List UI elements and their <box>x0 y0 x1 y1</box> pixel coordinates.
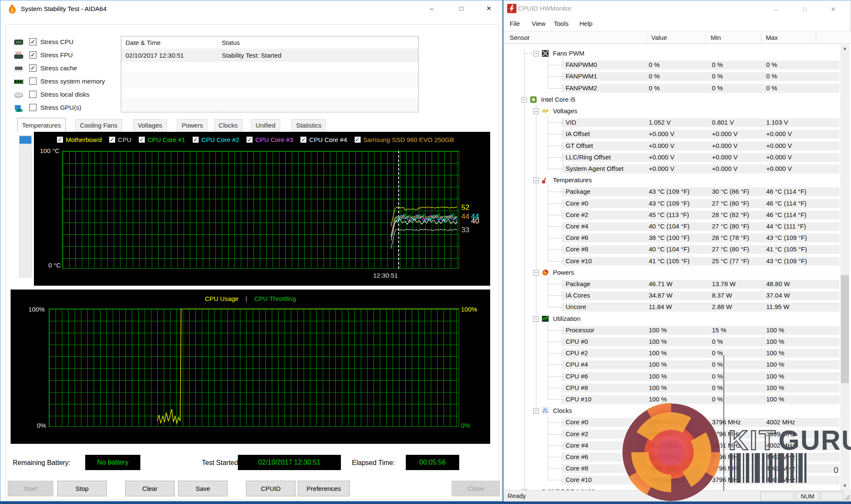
col-sensor[interactable]: Sensor <box>510 34 530 41</box>
log-row[interactable] <box>121 99 418 111</box>
sensor-max: 46 °C (114 °F) <box>766 211 806 218</box>
barcode-bar <box>743 453 744 483</box>
info-value: No battery <box>97 455 128 466</box>
expander-icon[interactable]: − <box>533 178 539 183</box>
sensor-row-fans-pwm[interactable]: −Fans PWM <box>504 48 843 59</box>
menu-view[interactable]: View <box>532 20 545 27</box>
stress-option-label: Stress system memory <box>40 78 105 85</box>
stop-button[interactable]: Stop <box>57 481 107 496</box>
legend-item[interactable]: ✓Motherboard <box>57 136 102 143</box>
event-log-table[interactable]: Date & Time Status 02/10/2017 12:30:51St… <box>121 36 419 112</box>
expander-icon[interactable]: − <box>533 316 539 322</box>
hwm-close-button[interactable]: ✕ <box>820 1 847 17</box>
log-row[interactable]: 02/10/2017 12:30:51Stability Test: Start… <box>121 50 418 62</box>
legend-item[interactable]: ✓Samsung SSD 960 EVO 250GB <box>354 136 454 143</box>
sensor-max: 0 % <box>766 84 777 92</box>
chart-scrollbar-thumb[interactable] <box>20 136 31 144</box>
hwm-scrollbar[interactable]: ▲ ▼ <box>840 44 849 490</box>
tab-temperatures[interactable]: Temperatures <box>17 118 66 132</box>
sensor-table-header[interactable]: Sensor Value Min Max <box>504 31 851 44</box>
checkbox[interactable]: ✓ <box>139 136 145 143</box>
start-button[interactable]: Start <box>8 481 53 496</box>
sensor-row-utilization[interactable]: −Utilization <box>504 313 843 325</box>
checkbox[interactable]: ✓ <box>29 51 36 58</box>
checkbox[interactable]: ✓ <box>246 136 253 143</box>
checkbox[interactable]: ✓ <box>109 136 115 143</box>
checkbox[interactable]: ✓ <box>193 136 199 143</box>
close-button[interactable]: Close <box>452 481 500 496</box>
log-row[interactable] <box>121 86 418 99</box>
info-label: Elapsed Time: <box>352 459 395 467</box>
sensor-row-powers[interactable]: −Powers <box>504 267 843 278</box>
tab-powers[interactable]: Powers <box>177 119 207 131</box>
thermometer-icon <box>542 177 549 184</box>
legend-item[interactable]: ✓CPU Core #3 <box>246 136 293 143</box>
checkbox[interactable] <box>29 91 36 98</box>
tree-line <box>548 88 563 89</box>
cpuid-button[interactable]: CPUID <box>246 481 296 496</box>
svg-text:123: 123 <box>15 51 21 55</box>
tab-cooling-fans[interactable]: Cooling Fans <box>75 119 122 131</box>
expander-icon[interactable]: − <box>533 408 539 414</box>
col-min[interactable]: Min <box>711 34 721 41</box>
tab-voltages[interactable]: Voltages <box>133 119 167 131</box>
status-cell <box>760 492 794 501</box>
menu-help[interactable]: Help <box>580 20 593 27</box>
tree-line <box>548 376 563 377</box>
header-separator[interactable] <box>761 33 761 42</box>
sensor-group-label: Utilization <box>553 315 580 322</box>
header-separator[interactable] <box>646 33 647 42</box>
checkbox[interactable]: ✓ <box>354 136 361 143</box>
close-button[interactable]: ✕ <box>475 0 502 17</box>
legend-item[interactable]: ✓CPU <box>109 136 131 143</box>
checkbox[interactable]: ✓ <box>29 64 36 72</box>
checkbox[interactable]: ✓ <box>300 136 307 143</box>
legend-item[interactable]: ✓CPU Core #2 <box>193 136 239 143</box>
info-value: 02/10/2017 12:30:51 <box>258 455 321 466</box>
tree-line <box>548 307 563 307</box>
sensor-max: 100 % <box>766 361 784 368</box>
sensor-row-voltages[interactable]: −Voltages <box>504 106 843 117</box>
checkbox[interactable]: ✓ <box>57 136 63 143</box>
checkbox[interactable] <box>29 104 36 111</box>
tab-unified[interactable]: Unified <box>251 119 280 131</box>
menu-file[interactable]: File <box>510 20 520 27</box>
sensor-label: VID <box>566 119 576 126</box>
sensor-row-temperatures[interactable]: −Temperatures <box>504 175 843 186</box>
hwm-minimize-button[interactable]: – <box>762 1 790 17</box>
sensor-row-intel-core-i5[interactable]: −Intel Core i5 <box>504 94 843 106</box>
minimize-button[interactable]: – <box>418 0 445 17</box>
scroll-down-icon[interactable]: ▼ <box>840 482 849 490</box>
button-label: Start <box>24 481 37 492</box>
tab-clocks[interactable]: Clocks <box>214 119 243 131</box>
expander-icon[interactable]: − <box>533 270 539 276</box>
checkbox[interactable] <box>29 78 36 85</box>
menu-tools[interactable]: Tools <box>554 20 569 27</box>
expander-icon[interactable]: − <box>533 109 539 114</box>
preferences-button[interactable]: Preferences <box>298 481 350 496</box>
col-max[interactable]: Max <box>766 34 778 41</box>
header-separator[interactable] <box>706 33 706 42</box>
expander-icon[interactable]: − <box>533 51 539 56</box>
maximize-button[interactable]: □ <box>448 0 475 17</box>
chart-scrollbar-track[interactable] <box>19 135 32 278</box>
legend-label: Motherboard <box>66 136 102 143</box>
log-row[interactable] <box>121 74 418 86</box>
save-button[interactable]: Save <box>178 481 228 496</box>
sensor-max: 37.04 W <box>766 292 790 299</box>
col-value[interactable]: Value <box>651 34 667 41</box>
hwm-maximize-button[interactable]: □ <box>791 1 818 17</box>
hwm-scrollbar-thumb[interactable] <box>841 275 849 383</box>
resize-grip-icon[interactable] <box>843 494 850 501</box>
sensor-label: System Agent Offset <box>566 165 623 172</box>
log-row[interactable] <box>121 62 418 74</box>
legend-item[interactable]: ✓CPU Core #4 <box>300 136 347 143</box>
scroll-up-icon[interactable]: ▲ <box>840 44 849 52</box>
sensor-value: +0.000 V <box>649 153 674 161</box>
clear-button[interactable]: Clear <box>125 481 175 496</box>
legend-item[interactable]: ✓CPU Core #1 <box>139 136 185 143</box>
checkbox[interactable]: ✓ <box>29 38 36 45</box>
expander-icon[interactable]: − <box>522 97 527 103</box>
tab-statistics[interactable]: Statistics <box>291 119 326 131</box>
header-separator[interactable] <box>816 33 816 42</box>
